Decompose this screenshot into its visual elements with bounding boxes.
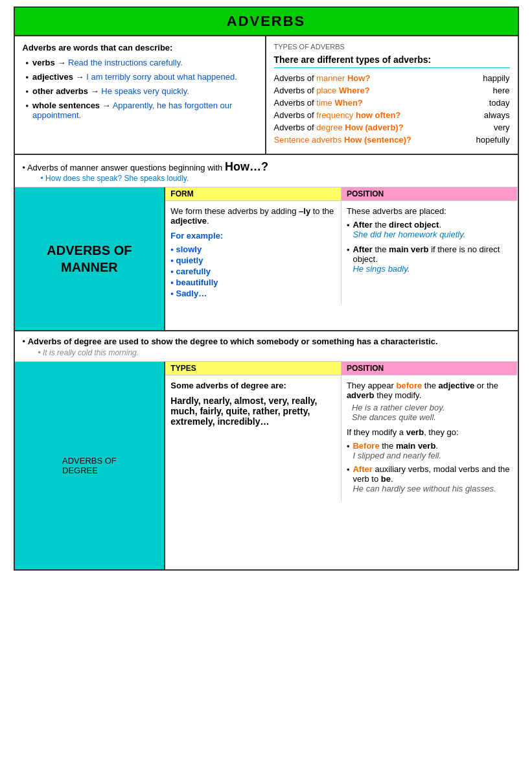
manner-subheader-row: FORM POSITION [165,187,517,201]
bullet-icon: • [26,101,29,111]
degree-pos-ex2: She dances quite well. [352,412,513,422]
manner-intro: • Adverbs of manner answer questions beg… [15,155,518,187]
list-item-other-adverbs: • other adverbs → He speaks very quickly… [26,86,257,97]
top-right: TYPES OF ADVERBS There are different typ… [266,36,518,154]
adverb-time-word: time [316,98,334,108]
list-item-adjectives: • adjectives → I am terribly sorry about… [26,72,257,82]
types-row-frequency: Adverbs of frequency how often? always [274,110,510,120]
adverb-manner-question: How? [347,73,370,83]
manner-pos-item-2: • After the main verb if there is no dir… [347,244,513,274]
manner-form-col: We form these adverbs by adding –ly to t… [165,201,341,305]
top-left-heading: Adverbs are words that can describe: [23,43,257,53]
adverb-degree-answer: very [471,123,510,132]
top-left: Adverbs are words that can describe: • v… [15,36,266,154]
degree-types-list: Hardly, nearly, almost, very, really, mu… [170,396,336,427]
manner-position-text: These adverbs are placed: [347,206,513,216]
adverb-freq-question: how often? [356,110,400,120]
manner-how-big: How…? [225,160,268,173]
whole-sentences-label: whole sentences [32,101,100,110]
adverb-freq-prefix: Adverbs of [274,110,317,120]
types-row-degree: Adverbs of degree How (adverb)? very [274,123,510,132]
degree-verb-item-1: • Before the main verb. I slipped and ne… [347,441,513,460]
other-adverbs-example: He speaks very quickly. [101,86,189,96]
adverb-place-word: place [316,86,339,95]
types-row-manner: Adverbs of manner How? happily [274,73,510,83]
verbs-example: Read the instructions carefully. [68,58,183,67]
manner-pos-example2: He sings badly. [353,264,410,274]
adverb-degree-prefix: Adverbs of [274,123,317,132]
manner-pos-example1: She did her homework quietly. [353,230,465,239]
degree-types-intro: Some adverbs of degree are: [170,381,336,390]
degree-types-col: Some adverbs of degree are: Hardly, near… [165,375,341,502]
bullet-icon: • [347,220,350,230]
manner-example-quietly: quietly [170,255,336,265]
bullet-icon: • [347,442,350,451]
adjectives-label: adjectives [32,72,73,82]
adverb-time-question: When? [334,98,362,108]
adverb-manner-word: manner [316,73,347,83]
manner-for-example: For example: [170,231,336,241]
main-page: ADVERBS Adverbs are words that can descr… [14,6,519,571]
degree-verb-ex1: I slipped and nearly fell. [353,451,441,460]
degree-position-header: POSITION [341,362,518,375]
degree-verb-items: • Before the main verb. I slipped and ne… [347,441,513,493]
degree-content: ADVERBS OFDEGREE TYPES POSITION Some adv… [15,361,518,569]
adverb-sentence-question: How (sentence)? [344,135,411,145]
manner-left-block: ADVERBS OFMANNER [15,187,166,330]
adverb-describe-list: • verbs → Read the instructions carefull… [23,58,257,120]
manner-section-title: ADVERBS OFMANNER [47,242,132,276]
degree-columns: Some adverbs of degree are: Hardly, near… [165,375,517,502]
degree-intro-example: • It is really cold this morning. [38,348,510,357]
manner-section: • Adverbs of manner answer questions beg… [15,155,518,331]
adverb-place-prefix: Adverbs of [274,86,317,95]
manner-after1-bold: After [353,220,372,230]
bullet-icon: • [26,73,29,82]
degree-before-bold: before [397,381,422,390]
degree-types-header: TYPES [165,362,341,375]
degree-section-title: ADVERBS OFDEGREE [62,456,117,475]
types-table: Adverbs of manner How? happily Adverbs o… [274,73,510,145]
manner-columns: We form these adverbs by adding –ly to t… [165,201,517,305]
degree-pos-intro: They appear before the adjective or the … [347,381,513,400]
manner-position-header: POSITION [341,187,518,200]
adverb-manner-prefix: Adverbs of [274,73,317,83]
adverb-degree-question: How (adverb)? [345,123,403,132]
degree-pos-ex1: He is a rather clever boy. [352,403,513,412]
degree-section: • Adverbs of degree are used to show the… [15,331,518,569]
adverb-place-answer: here [471,86,510,95]
degree-verb-intro: If they modify a verb, they go: [347,427,513,437]
other-adverbs-label: other adverbs [32,86,88,96]
manner-after2-bold: After [353,244,372,254]
adjectives-example: I am terribly sorry about what happened. [86,72,237,82]
degree-left-block: ADVERBS OFDEGREE [15,362,166,569]
degree-before-main-bold: Before [353,441,379,451]
manner-right-block: FORM POSITION We form these adverbs by a… [165,187,517,330]
manner-intro-text: • Adverbs of manner answer questions beg… [23,163,268,172]
degree-after-aux-bold: After [353,464,372,474]
list-item-verbs: • verbs → Read the instructions carefull… [26,58,257,68]
degree-right-block: TYPES POSITION Some adverbs of degree ar… [165,362,517,569]
types-row-sentence: Sentence adverbs How (sentence)? hopeful… [274,135,510,145]
bullet-icon: • [347,245,350,255]
degree-verb-ex2: He can hardly see without his glasses. [353,484,496,493]
page-title: ADVERBS [15,8,518,36]
bullet-icon: • [347,465,350,475]
manner-content: ADVERBS OFMANNER FORM POSITION We form t… [15,187,518,330]
adverb-time-answer: today [471,98,510,108]
top-section: Adverbs are words that can describe: • v… [15,36,518,155]
manner-example-slowly: slowly [170,244,336,254]
list-item-whole-sentences: • whole sentences → Apparently, he has f… [26,101,257,120]
manner-example-carefully: carefully [170,266,336,276]
adverb-freq-word: frequency [316,110,356,120]
adverb-sentence-answer: hopefully [471,135,510,145]
adverb-freq-answer: always [471,110,510,120]
degree-subheader-row: TYPES POSITION [165,362,517,375]
manner-form-text: We form these adverbs by adding –ly to t… [170,206,336,226]
manner-pos-item-1: • After the direct object. She did her h… [347,220,513,239]
manner-form-header: FORM [165,187,341,200]
bullet-icon: • [26,87,29,97]
manner-examples-list: slowly quietly carefully beautifully Sad… [170,244,336,298]
manner-sub-example: • How does she speak? She speaks loudly. [41,174,510,183]
adverb-place-question: Where? [339,86,370,95]
adverb-degree-word: degree [316,123,345,132]
